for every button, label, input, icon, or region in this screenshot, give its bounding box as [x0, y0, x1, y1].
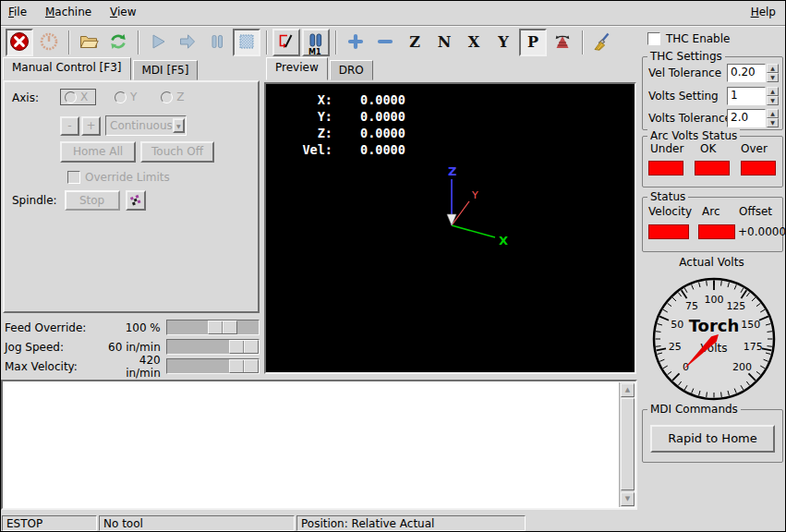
zoom-out-icon [375, 31, 395, 54]
spin-up-icon[interactable]: ▲ [767, 87, 779, 96]
axis-radio-z[interactable]: Z [161, 91, 184, 103]
svg-text:125: 125 [726, 300, 745, 312]
skip-lines-button[interactable] [272, 29, 300, 56]
reload-icon [108, 31, 128, 54]
volts-tolerance-spinbox[interactable]: 2.0 ▲▼ [727, 109, 779, 127]
vel-tolerance-value[interactable]: 0.20 [727, 64, 766, 82]
pause-icon [207, 31, 227, 54]
spin-up-icon[interactable]: ▲ [767, 109, 779, 118]
menu-file[interactable]: File [1, 1, 34, 22]
estop-icon [9, 31, 30, 54]
scroll-down-icon[interactable]: ▼ [621, 492, 635, 506]
preview-canvas[interactable]: X:0.0000 Y:0.0000 Z:0.0000 Vel:0.0000 Z … [264, 82, 636, 374]
home-all-button[interactable]: Home All [60, 141, 136, 163]
feed-override-slider[interactable] [166, 320, 260, 335]
thc-enable-checkbox[interactable] [647, 32, 660, 45]
override-limits-checkbox[interactable] [67, 171, 80, 184]
zoom-in-button[interactable] [342, 29, 369, 56]
svg-text:150: 150 [741, 319, 760, 331]
volts-setting-spinbox[interactable]: 1 ▲▼ [727, 87, 779, 105]
svg-text:Torch: Torch [689, 316, 740, 335]
offset-label: Offset [739, 205, 772, 218]
status-title: Status [647, 190, 688, 203]
jog-speed-slider[interactable] [166, 339, 260, 355]
override-limits-label: Override Limits [85, 171, 170, 184]
volts-setting-value[interactable]: 1 [727, 87, 766, 105]
clear-plot-button[interactable] [588, 29, 616, 56]
toolbar-separator [335, 30, 336, 54]
step-icon [177, 31, 198, 54]
tab-manual-control[interactable]: Manual Control [F3] [3, 57, 131, 80]
left-tabbar: Manual Control [F3] MDI [F5] [3, 58, 200, 80]
spindle-stop-button[interactable]: Stop [65, 190, 120, 211]
optional-pause-button[interactable]: M1 [302, 29, 330, 56]
view-x-button[interactable]: X [460, 29, 488, 56]
slider-handle[interactable] [208, 320, 237, 334]
reload-button[interactable] [104, 29, 132, 56]
vertical-scrollbar[interactable]: ▲ ▼ [619, 382, 635, 507]
radio-icon [161, 91, 173, 103]
axis-y-label: Y [130, 91, 137, 103]
axis-radio-y[interactable]: Y [115, 91, 137, 103]
max-velocity-value: 420 in/min [105, 354, 166, 380]
view-perspective-button[interactable]: P [519, 29, 547, 56]
menu-help[interactable]: Help [744, 1, 783, 22]
open-file-button[interactable] [75, 29, 103, 56]
axis-y-glyph: Y [471, 189, 478, 201]
jog-minus-button[interactable]: - [60, 116, 79, 136]
menu-machine[interactable]: Machine [38, 1, 99, 22]
svg-text:175: 175 [744, 341, 763, 353]
estop-button[interactable] [6, 29, 33, 56]
view-z-rotated-button[interactable]: N [430, 29, 458, 56]
scrollbar-thumb[interactable] [621, 398, 635, 490]
under-label: Under [650, 142, 683, 155]
spin-up-icon[interactable]: ▲ [767, 64, 779, 73]
arc-volts-status-title: Arc Volts Status [647, 129, 740, 142]
radio-selected-icon [65, 91, 77, 103]
scroll-up-icon[interactable]: ▲ [621, 383, 635, 397]
axis-radio-x[interactable]: X [60, 89, 96, 105]
stop-icon [236, 31, 257, 54]
status-tool: No tool [99, 515, 295, 531]
run-button[interactable] [144, 29, 172, 56]
stop-button[interactable] [233, 29, 260, 56]
axis-z-glyph: Z [448, 164, 456, 178]
thc-settings-title: THC Settings [647, 50, 725, 63]
slider-handle[interactable] [229, 340, 259, 354]
view-y-icon: Y [498, 35, 508, 50]
spin-down-icon[interactable]: ▼ [767, 73, 779, 82]
view-y-button[interactable]: Y [490, 29, 517, 56]
spin-down-icon[interactable]: ▼ [767, 118, 779, 127]
jog-mode-combobox[interactable]: Continuous ▼ [105, 115, 187, 136]
arc-indicator [698, 224, 735, 239]
spin-down-icon[interactable]: ▼ [767, 96, 779, 105]
zoom-out-button[interactable] [371, 29, 399, 56]
pause-button[interactable] [203, 29, 231, 56]
preview-tabbar: Preview DRO [266, 58, 375, 80]
spindle-brake-button[interactable] [126, 190, 146, 211]
ok-indicator [695, 161, 730, 175]
feed-override-row: Feed Override: 100 % [5, 319, 260, 336]
touch-off-button[interactable]: Touch Off [140, 141, 214, 163]
jog-plus-button[interactable]: + [81, 116, 101, 136]
menubar: File Machine View Help [1, 1, 786, 26]
menu-view[interactable]: View [103, 1, 143, 22]
ok-label: OK [700, 142, 716, 155]
tab-mdi[interactable]: MDI [F5] [133, 60, 199, 80]
step-button[interactable] [174, 29, 201, 56]
feed-override-value: 100 % [105, 321, 166, 334]
zoom-in-icon [345, 31, 366, 54]
volts-tolerance-value[interactable]: 2.0 [727, 109, 766, 127]
tab-dro[interactable]: DRO [330, 60, 373, 80]
m1-pause-icon: M1 [306, 31, 326, 54]
rapid-to-home-button[interactable]: Rapid to Home [650, 425, 775, 453]
vel-tolerance-spinbox[interactable]: 0.20 ▲▼ [727, 64, 779, 82]
history-textarea[interactable]: ▲ ▼ [1, 380, 637, 510]
view-x-icon: X [468, 35, 479, 50]
max-velocity-slider[interactable] [166, 358, 260, 374]
slider-handle[interactable] [229, 359, 259, 373]
rotate-view-button[interactable] [549, 29, 576, 56]
view-z-button[interactable]: Z [401, 29, 429, 56]
tab-preview[interactable]: Preview [266, 57, 328, 80]
machine-power-button[interactable] [35, 29, 63, 56]
